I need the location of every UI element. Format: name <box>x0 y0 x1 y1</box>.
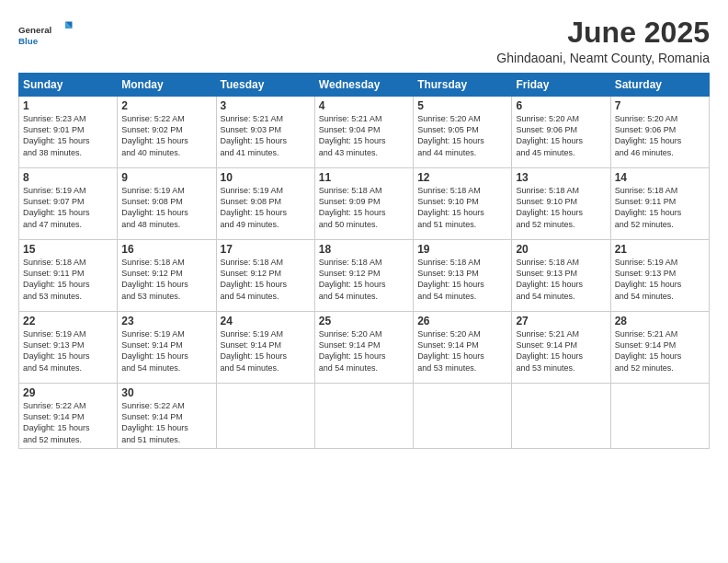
day-info: Sunrise: 5:18 AMSunset: 9:13 PMDaylight:… <box>516 258 583 300</box>
calendar-cell: 17Sunrise: 5:18 AMSunset: 9:12 PMDayligh… <box>216 240 314 312</box>
day-info: Sunrise: 5:18 AMSunset: 9:10 PMDaylight:… <box>516 186 583 228</box>
day-info: Sunrise: 5:18 AMSunset: 9:09 PMDaylight:… <box>319 186 386 228</box>
day-number: 14 <box>615 171 705 184</box>
calendar-cell: 30Sunrise: 5:22 AMSunset: 9:14 PMDayligh… <box>118 384 216 449</box>
calendar-table: Sunday Monday Tuesday Wednesday Thursday… <box>18 73 710 449</box>
calendar-week-row: 8Sunrise: 5:19 AMSunset: 9:07 PMDaylight… <box>19 168 710 240</box>
calendar-cell: 7Sunrise: 5:20 AMSunset: 9:06 PMDaylight… <box>610 97 709 168</box>
calendar-cell: 4Sunrise: 5:21 AMSunset: 9:04 PMDaylight… <box>314 97 413 168</box>
calendar-cell <box>512 384 610 449</box>
col-wednesday: Wednesday <box>314 74 413 97</box>
main-title: June 2025 <box>496 17 710 49</box>
calendar-cell: 29Sunrise: 5:22 AMSunset: 9:14 PMDayligh… <box>19 384 118 449</box>
title-block: June 2025 Ghindaoani, Neamt County, Roma… <box>496 17 710 65</box>
day-number: 1 <box>23 99 113 112</box>
col-thursday: Thursday <box>414 74 512 97</box>
day-number: 4 <box>319 99 409 112</box>
calendar-week-row: 22Sunrise: 5:19 AMSunset: 9:13 PMDayligh… <box>19 312 710 384</box>
col-monday: Monday <box>118 74 216 97</box>
day-info: Sunrise: 5:19 AMSunset: 9:08 PMDaylight:… <box>121 186 188 228</box>
calendar-cell: 26Sunrise: 5:20 AMSunset: 9:14 PMDayligh… <box>414 312 512 384</box>
col-tuesday: Tuesday <box>216 74 314 97</box>
day-number: 23 <box>121 315 211 327</box>
day-number: 27 <box>516 315 606 327</box>
logo: General Blue <box>18 17 74 52</box>
calendar-cell <box>610 384 709 449</box>
calendar-week-row: 1Sunrise: 5:23 AMSunset: 9:01 PMDaylight… <box>19 97 710 168</box>
day-info: Sunrise: 5:20 AMSunset: 9:06 PMDaylight:… <box>516 114 583 156</box>
day-info: Sunrise: 5:19 AMSunset: 9:08 PMDaylight:… <box>221 186 288 228</box>
day-info: Sunrise: 5:19 AMSunset: 9:13 PMDaylight:… <box>23 329 90 372</box>
calendar-week-row: 29Sunrise: 5:22 AMSunset: 9:14 PMDayligh… <box>19 384 710 449</box>
day-number: 6 <box>516 99 606 112</box>
day-info: Sunrise: 5:18 AMSunset: 9:11 PMDaylight:… <box>615 186 682 228</box>
calendar-cell: 1Sunrise: 5:23 AMSunset: 9:01 PMDaylight… <box>19 97 118 168</box>
day-number: 8 <box>23 171 113 184</box>
day-number: 28 <box>615 315 705 327</box>
col-friday: Friday <box>512 74 610 97</box>
day-info: Sunrise: 5:18 AMSunset: 9:13 PMDaylight:… <box>417 258 484 300</box>
calendar-cell: 25Sunrise: 5:20 AMSunset: 9:14 PMDayligh… <box>314 312 413 384</box>
day-number: 24 <box>221 315 311 327</box>
day-number: 10 <box>221 171 311 184</box>
day-info: Sunrise: 5:19 AMSunset: 9:14 PMDaylight:… <box>121 329 188 372</box>
calendar-cell: 12Sunrise: 5:18 AMSunset: 9:10 PMDayligh… <box>414 168 512 240</box>
calendar-cell: 5Sunrise: 5:20 AMSunset: 9:05 PMDaylight… <box>414 97 512 168</box>
day-number: 3 <box>221 99 311 112</box>
calendar-cell: 14Sunrise: 5:18 AMSunset: 9:11 PMDayligh… <box>610 168 709 240</box>
calendar-cell: 11Sunrise: 5:18 AMSunset: 9:09 PMDayligh… <box>314 168 413 240</box>
day-number: 2 <box>121 99 211 112</box>
svg-text:Blue: Blue <box>18 36 39 46</box>
day-number: 7 <box>615 99 705 112</box>
day-info: Sunrise: 5:22 AMSunset: 9:02 PMDaylight:… <box>121 114 188 156</box>
day-info: Sunrise: 5:22 AMSunset: 9:14 PMDaylight:… <box>121 401 188 443</box>
day-number: 29 <box>23 386 113 399</box>
svg-text:General: General <box>18 25 52 35</box>
day-info: Sunrise: 5:23 AMSunset: 9:01 PMDaylight:… <box>23 114 90 156</box>
day-number: 16 <box>121 243 211 256</box>
calendar-cell: 27Sunrise: 5:21 AMSunset: 9:14 PMDayligh… <box>512 312 610 384</box>
calendar-cell: 13Sunrise: 5:18 AMSunset: 9:10 PMDayligh… <box>512 168 610 240</box>
day-info: Sunrise: 5:18 AMSunset: 9:12 PMDaylight:… <box>319 258 386 300</box>
col-sunday: Sunday <box>19 74 118 97</box>
day-info: Sunrise: 5:18 AMSunset: 9:12 PMDaylight:… <box>221 258 288 300</box>
day-info: Sunrise: 5:18 AMSunset: 9:12 PMDaylight:… <box>121 258 188 300</box>
calendar-cell: 24Sunrise: 5:19 AMSunset: 9:14 PMDayligh… <box>216 312 314 384</box>
calendar-cell: 23Sunrise: 5:19 AMSunset: 9:14 PMDayligh… <box>118 312 216 384</box>
day-info: Sunrise: 5:21 AMSunset: 9:03 PMDaylight:… <box>221 114 288 156</box>
day-info: Sunrise: 5:20 AMSunset: 9:14 PMDaylight:… <box>319 329 386 372</box>
day-number: 11 <box>319 171 409 184</box>
logo-icon: General Blue <box>18 17 74 52</box>
calendar-cell <box>216 384 314 449</box>
day-number: 19 <box>417 243 507 256</box>
day-number: 12 <box>417 171 507 184</box>
calendar-cell: 21Sunrise: 5:19 AMSunset: 9:13 PMDayligh… <box>610 240 709 312</box>
day-info: Sunrise: 5:20 AMSunset: 9:05 PMDaylight:… <box>417 114 484 156</box>
day-number: 25 <box>319 315 409 327</box>
day-number: 18 <box>319 243 409 256</box>
calendar-cell: 9Sunrise: 5:19 AMSunset: 9:08 PMDaylight… <box>118 168 216 240</box>
calendar-cell <box>314 384 413 449</box>
day-info: Sunrise: 5:21 AMSunset: 9:04 PMDaylight:… <box>319 114 386 156</box>
calendar-cell: 28Sunrise: 5:21 AMSunset: 9:14 PMDayligh… <box>610 312 709 384</box>
day-info: Sunrise: 5:19 AMSunset: 9:07 PMDaylight:… <box>23 186 90 228</box>
day-info: Sunrise: 5:19 AMSunset: 9:13 PMDaylight:… <box>615 258 682 300</box>
day-number: 17 <box>221 243 311 256</box>
calendar-cell: 22Sunrise: 5:19 AMSunset: 9:13 PMDayligh… <box>19 312 118 384</box>
calendar-cell: 2Sunrise: 5:22 AMSunset: 9:02 PMDaylight… <box>118 97 216 168</box>
calendar-week-row: 15Sunrise: 5:18 AMSunset: 9:11 PMDayligh… <box>19 240 710 312</box>
calendar-cell: 16Sunrise: 5:18 AMSunset: 9:12 PMDayligh… <box>118 240 216 312</box>
page: General Blue June 2025 Ghindaoani, Neamt… <box>0 0 728 563</box>
day-number: 22 <box>23 315 113 327</box>
calendar-cell: 10Sunrise: 5:19 AMSunset: 9:08 PMDayligh… <box>216 168 314 240</box>
subtitle: Ghindaoani, Neamt County, Romania <box>496 51 710 65</box>
day-info: Sunrise: 5:18 AMSunset: 9:10 PMDaylight:… <box>417 186 484 228</box>
calendar-cell <box>414 384 512 449</box>
col-saturday: Saturday <box>610 74 709 97</box>
day-info: Sunrise: 5:22 AMSunset: 9:14 PMDaylight:… <box>23 401 90 443</box>
day-info: Sunrise: 5:18 AMSunset: 9:11 PMDaylight:… <box>23 258 90 300</box>
day-info: Sunrise: 5:21 AMSunset: 9:14 PMDaylight:… <box>516 329 583 372</box>
calendar-cell: 3Sunrise: 5:21 AMSunset: 9:03 PMDaylight… <box>216 97 314 168</box>
day-number: 26 <box>417 315 507 327</box>
day-number: 21 <box>615 243 705 256</box>
